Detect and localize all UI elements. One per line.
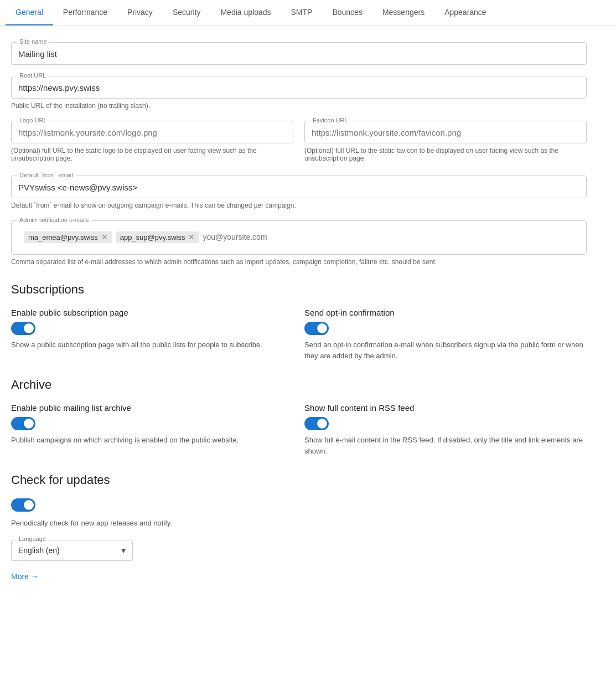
public-archive-toggle-item: Enable public mailing list archive Publi… [11, 403, 293, 456]
public-subscription-title: Enable public subscription page [11, 308, 293, 317]
rss-thumb [317, 419, 327, 429]
tag-app-sup-remove[interactable]: ✕ [188, 233, 195, 241]
admin-emails-label: Admin notification e-mails [17, 217, 91, 223]
tag-ma-emea: ma_emea@pvy.swiss ✕ [24, 231, 112, 243]
subscriptions-heading: Subscriptions [11, 282, 587, 297]
more-link-arrow: → [31, 572, 39, 581]
tag-ma-emea-remove[interactable]: ✕ [101, 233, 108, 241]
language-label: Language [17, 535, 48, 542]
updates-heading: Check for updates [11, 473, 587, 487]
public-subscription-toggle[interactable] [11, 322, 293, 335]
updates-track [11, 498, 35, 512]
from-email-field: Default `from` email [11, 176, 587, 198]
opt-in-thumb [317, 323, 327, 333]
public-subscription-track [11, 322, 35, 335]
opt-in-toggle-item: Send opt-in confirmation Send an opt-in … [304, 308, 587, 361]
opt-in-track [304, 322, 329, 335]
tab-media-uploads[interactable]: Media uploads [210, 0, 281, 25]
site-name-label: Site name [17, 38, 49, 45]
archive-toggles: Enable public mailing list archive Publi… [11, 403, 587, 456]
tab-appearance[interactable]: Appearance [434, 0, 496, 25]
from-email-hint: Default `from` e-mail to show on outgoin… [11, 202, 587, 209]
logo-url-input[interactable] [18, 126, 286, 137]
updates-section: Check for updates Periodically check for… [11, 473, 587, 529]
archive-heading: Archive [11, 378, 587, 392]
more-link-label: More [11, 572, 29, 581]
main-content: Site name Root URL Public URL of the ins… [0, 25, 598, 603]
from-email-container: Default `from` email Default `from` e-ma… [11, 176, 587, 209]
tabs-nav: General Performance Privacy Security Med… [0, 0, 616, 25]
tab-messengers[interactable]: Messengers [372, 0, 434, 25]
opt-in-toggle[interactable] [304, 322, 587, 335]
opt-in-desc: Send an opt-in confirmation e-mail when … [304, 339, 587, 361]
from-email-label: Default `from` email [17, 172, 75, 178]
public-subscription-toggle-item: Enable public subscription page Show a p… [11, 308, 293, 361]
language-select[interactable]: English (en) French (fr) German (de) Spa… [11, 540, 133, 561]
favicon-url-input[interactable] [312, 126, 579, 137]
tab-general[interactable]: General [6, 0, 53, 25]
tab-privacy[interactable]: Privacy [117, 0, 163, 25]
favicon-url-field: Favicon URL [304, 121, 587, 143]
logo-favicon-row: Logo URL (Optional) full URL to the stat… [11, 121, 587, 173]
admin-emails-field: Admin notification e-mails ma_emea@pvy.s… [11, 220, 587, 255]
updates-thumb [24, 500, 34, 510]
public-archive-toggle[interactable] [11, 417, 293, 430]
public-archive-track [11, 417, 35, 430]
tag-app-sup: app_sup@pvy.swiss ✕ [116, 231, 200, 243]
root-url-input[interactable] [18, 81, 579, 92]
from-email-input[interactable] [18, 181, 579, 192]
tab-smtp[interactable]: SMTP [281, 0, 323, 25]
opt-in-title: Send opt-in confirmation [304, 308, 587, 317]
root-url-label: Root URL [17, 72, 48, 79]
rss-desc: Show full e-mail content in the RSS feed… [304, 435, 587, 456]
rss-track [304, 417, 329, 430]
favicon-url-hint: (Optional) full URL to the static favico… [304, 147, 587, 162]
tab-security[interactable]: Security [163, 0, 211, 25]
logo-url-label: Logo URL [17, 117, 49, 123]
root-url-field: Root URL [11, 76, 587, 99]
logo-url-field: Logo URL [11, 121, 293, 143]
rss-title: Show full content in RSS feed [304, 403, 587, 413]
language-select-container: Language English (en) French (fr) German… [11, 540, 133, 561]
logo-url-col: Logo URL (Optional) full URL to the stat… [11, 121, 293, 173]
public-subscription-thumb [24, 323, 34, 333]
tab-performance[interactable]: Performance [53, 0, 117, 25]
updates-desc: Periodically check for new app releases … [11, 518, 587, 529]
public-archive-desc: Publish campaigns on which archiving is … [11, 435, 293, 446]
subscriptions-toggles: Enable public subscription page Show a p… [11, 308, 587, 361]
updates-toggle[interactable] [11, 498, 35, 512]
rss-toggle-item: Show full content in RSS feed Show full … [304, 403, 587, 456]
site-name-input[interactable] [18, 47, 579, 59]
site-name-field: Site name [11, 42, 587, 65]
language-section: Language English (en) French (fr) German… [11, 540, 587, 561]
tab-bounces[interactable]: Bounces [322, 0, 372, 25]
favicon-url-col: Favicon URL (Optional) full URL to the s… [304, 121, 587, 173]
admin-emails-tags-wrapper[interactable]: ma_emea@pvy.swiss ✕ app_sup@pvy.swiss ✕ [18, 225, 579, 249]
rss-toggle[interactable] [304, 417, 587, 430]
public-subscription-desc: Show a public subscription page with all… [11, 339, 293, 351]
logo-url-hint: (Optional) full URL to the static logo t… [11, 147, 293, 162]
public-archive-thumb [24, 419, 34, 429]
favicon-url-label: Favicon URL [310, 117, 350, 123]
more-link[interactable]: More → [11, 572, 39, 581]
tag-ma-emea-text: ma_emea@pvy.swiss [28, 233, 98, 241]
admin-emails-hint: Comma separated list of e-mail addresses… [11, 258, 587, 266]
public-archive-title: Enable public mailing list archive [11, 403, 293, 413]
admin-emails-input[interactable] [203, 233, 299, 241]
root-url-hint: Public URL of the installation (no trail… [11, 102, 587, 110]
tag-app-sup-text: app_sup@pvy.swiss [120, 233, 185, 241]
